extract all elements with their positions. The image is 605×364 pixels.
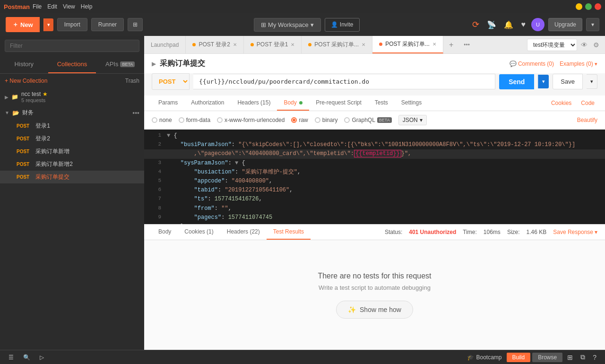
menu-help[interactable]: Help	[81, 3, 93, 10]
radio-tower-icon[interactable]: 📡	[485, 18, 498, 31]
request-name: 登录2	[35, 135, 50, 143]
request-item-login1[interactable]: POST 登录1	[0, 120, 144, 132]
tab-login2[interactable]: POST 登录2 ✕	[186, 36, 243, 53]
resp-tab-testresults[interactable]: Test Results	[267, 225, 311, 240]
collection-ncc-test[interactable]: ▶ 📁 ncc test ★ 5 requests	[0, 88, 144, 106]
bell-icon[interactable]: 🔔	[502, 18, 515, 31]
avatar[interactable]: U	[531, 18, 544, 31]
option-raw[interactable]: raw	[291, 117, 308, 123]
search-bottom-button[interactable]: 🔍	[20, 354, 33, 361]
examples-link[interactable]: Examples (0) ▾	[560, 61, 597, 67]
menu-edit[interactable]: Edit	[47, 3, 57, 10]
upgrade-arrow[interactable]: ▾	[586, 18, 599, 31]
send-dropdown-button[interactable]: ▾	[538, 75, 549, 88]
tab-close-icon[interactable]: ✕	[291, 42, 294, 47]
tab-headers[interactable]: Headers (15)	[231, 95, 277, 111]
layout-icon-button[interactable]: ⊞	[564, 354, 576, 361]
format-selector[interactable]: JSON ▾	[398, 115, 427, 125]
request-item-order-add[interactable]: POST 采购订单新增	[0, 145, 144, 158]
option-form-data[interactable]: form-data	[179, 117, 210, 123]
code-line-4: 3 "sysParamJson": ▼ {	[144, 159, 605, 168]
import-button[interactable]: Import	[57, 18, 87, 31]
sidebar-tab-collections[interactable]: Collections	[48, 56, 96, 73]
kebab-menu-icon[interactable]: •••	[132, 109, 139, 117]
workspace-selector[interactable]: ⊞ My Workspace ▾	[254, 18, 321, 32]
option-none[interactable]: none	[152, 117, 172, 123]
close-button[interactable]	[595, 3, 601, 10]
beautify-button[interactable]: Beautify	[577, 117, 597, 123]
runner-button[interactable]: Runner	[91, 18, 124, 31]
tab-launchpad[interactable]: Launchpad	[144, 36, 186, 53]
resp-tab-cookies[interactable]: Cookies (1)	[178, 225, 220, 240]
collection-runner-button[interactable]: ▷	[37, 354, 47, 361]
env-eye-button[interactable]: 👁	[579, 39, 589, 51]
browse-button[interactable]: Browse	[532, 353, 562, 362]
save-dropdown-button[interactable]: ▾	[587, 74, 597, 89]
code-line-9: 8 "from": "",	[144, 204, 605, 213]
tab-close-icon[interactable]: ✕	[362, 42, 365, 47]
new-button[interactable]: ＋ New	[6, 17, 40, 32]
env-gear-button[interactable]: ⚙	[591, 39, 601, 51]
show-me-how-button[interactable]: ✨ Show me how	[336, 301, 413, 319]
code-line-7: 6 "tabid": "20191227105641106",	[144, 186, 605, 195]
method-select[interactable]: POST	[152, 73, 190, 90]
code-editor[interactable]: 1 ▼ { 2 "busiParamJson": "{\"skipCodes\"…	[144, 130, 605, 224]
request-item-order-add2[interactable]: POST 采购订单新增2	[0, 158, 144, 171]
tab-tests[interactable]: Tests	[368, 95, 395, 111]
folder-caixu[interactable]: ▼ 📂 财务 •••	[0, 106, 144, 120]
tab-close-icon[interactable]: ✕	[432, 42, 436, 47]
star-icon: ★	[43, 91, 48, 97]
tab-order1[interactable]: POST 采购订单... ✕	[302, 36, 372, 53]
tab-close-icon[interactable]: ✕	[233, 42, 237, 47]
request-name-active: 采购订单提交	[35, 173, 69, 181]
bootcamp-button[interactable]: 🎓 Bootcamp	[464, 354, 504, 361]
cookies-link[interactable]: Cookies	[548, 96, 574, 110]
new-dropdown-arrow[interactable]: ▾	[43, 18, 53, 31]
filter-input[interactable]	[5, 40, 139, 52]
sync-button[interactable]: ⟳	[470, 17, 481, 32]
build-button[interactable]: Build	[507, 353, 531, 362]
option-graphql[interactable]: GraphQL BETA	[344, 117, 391, 123]
split-icon-button[interactable]: ⧉	[578, 353, 588, 361]
tab-settings[interactable]: Settings	[395, 95, 428, 111]
option-binary[interactable]: binary	[315, 117, 338, 123]
upgrade-button[interactable]: Upgrade	[548, 18, 582, 31]
resp-tab-body[interactable]: Body	[152, 225, 178, 240]
tab-login1[interactable]: POST 登录1 ✕	[244, 36, 302, 53]
tab-authorization[interactable]: Authorization	[184, 95, 231, 111]
code-link[interactable]: Code	[578, 96, 597, 110]
tab-prerequest[interactable]: Pre-request Script	[309, 95, 368, 111]
menu-file[interactable]: File	[33, 3, 42, 10]
request-item-order-submit[interactable]: POST 采购订单提交	[0, 171, 144, 183]
heart-icon[interactable]: ♥	[519, 18, 527, 31]
url-input[interactable]	[193, 74, 495, 89]
no-tests-area: There are no tests for this request Writ…	[144, 240, 605, 350]
option-urlencoded[interactable]: x-www-form-urlencoded	[217, 117, 285, 123]
save-button[interactable]: Save	[553, 74, 583, 89]
add-tab-button[interactable]: +	[443, 41, 459, 49]
menu-view[interactable]: View	[63, 3, 75, 10]
folder-open-icon: 📂	[12, 110, 19, 116]
expand-arrow-icon[interactable]: ▶	[152, 61, 156, 67]
tab-body[interactable]: Body	[277, 95, 309, 111]
sidebar-toggle-button[interactable]: ☰	[6, 354, 17, 361]
sync-icon-button[interactable]: ⊞	[128, 18, 143, 31]
more-tabs-button[interactable]: •••	[459, 42, 475, 48]
trash-button[interactable]: Trash	[125, 78, 139, 84]
request-item-login2[interactable]: POST 登录2	[0, 132, 144, 145]
help-icon-button[interactable]: ?	[590, 354, 599, 361]
tab-order-submit[interactable]: POST 采购订单... ✕	[372, 36, 443, 53]
tab-params[interactable]: Params	[152, 95, 184, 111]
save-response-button[interactable]: Save Response ▾	[553, 229, 597, 235]
menu-bar[interactable]: File Edit View Help	[33, 3, 93, 10]
new-collection-button[interactable]: + New Collection	[5, 78, 47, 84]
resp-tab-headers[interactable]: Headers (22)	[220, 225, 267, 240]
env-dropdown[interactable]: test环境变量	[527, 39, 577, 51]
sidebar-tab-history[interactable]: History	[0, 56, 48, 73]
invite-button[interactable]: 👤 Invite	[325, 18, 360, 32]
send-button[interactable]: Send	[499, 74, 534, 89]
minimize-button[interactable]	[576, 3, 582, 10]
maximize-button[interactable]	[585, 3, 592, 10]
sidebar-tab-apis[interactable]: APIs BETA	[96, 56, 144, 73]
comments-link[interactable]: 💬 Comments (0)	[510, 61, 554, 67]
